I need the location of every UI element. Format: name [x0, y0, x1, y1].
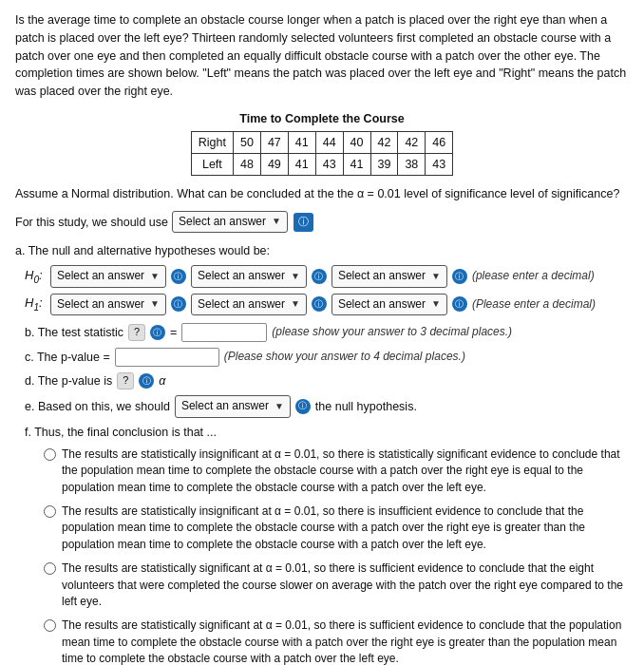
option-4-text: The results are statistically significan…: [62, 618, 629, 665]
h1-select-3-info[interactable]: ⓘ: [452, 296, 467, 312]
h1-label: H1:: [25, 294, 46, 314]
part-e-select-text: Select an answer: [181, 398, 269, 414]
part-c-hint: (Please show your answer to 4 decimal pl…: [224, 349, 465, 365]
h0-select-2[interactable]: Select an answer ▼: [191, 265, 307, 287]
table-title: Time to Complete the Course: [15, 110, 629, 127]
option-2-text: The results are statistically insignific…: [62, 504, 629, 553]
h1-row: H1: Select an answer ▼ ⓘ Select an answe…: [25, 294, 629, 315]
part-b-equals: =: [170, 324, 177, 341]
course-table: Right 50 47 41 44 40 42 42 46 Left 48 49…: [191, 131, 453, 176]
for-study-label: For this study, we should use: [15, 214, 168, 231]
part-f-row: f. Thus, the final conclusion is that ..…: [25, 424, 629, 441]
h1-select-2-info[interactable]: ⓘ: [312, 296, 327, 312]
h0-select-2-text: Select an answer: [198, 268, 285, 284]
h0-select-2-info[interactable]: ⓘ: [312, 269, 327, 284]
option-2: The results are statistically insignific…: [44, 504, 629, 553]
part-b-question[interactable]: ?: [128, 324, 145, 341]
table-row-left: Left 48 49 41 43 41 39 38 43: [191, 154, 452, 176]
for-study-row: For this study, we should use Select an …: [15, 211, 629, 233]
h0-select-1-arrow: ▼: [150, 270, 160, 284]
for-study-select-text: Select an answer: [179, 214, 266, 230]
intro-text: Is the average time to complete an obsta…: [15, 11, 629, 101]
row-header-right: Right: [191, 131, 233, 153]
h1-select-3-text: Select an answer: [338, 296, 426, 313]
conclusion-options: The results are statistically insignific…: [44, 446, 629, 665]
row-header-left: Left: [191, 154, 233, 176]
h1-select-2-arrow: ▼: [291, 297, 300, 312]
h0-select-3-info[interactable]: ⓘ: [452, 269, 467, 284]
h1-select-1-text: Select an answer: [57, 296, 144, 313]
part-d-question[interactable]: ?: [117, 372, 134, 390]
part-b-hint: (please show your answer to 3 decimal pl…: [272, 324, 512, 340]
part-b-info[interactable]: ⓘ: [150, 325, 165, 340]
part-d-info[interactable]: ⓘ: [139, 373, 154, 389]
part-b-label: b. The test statistic: [25, 324, 123, 341]
part-b-input[interactable]: [181, 323, 267, 342]
h1-select-2-text: Select an answer: [198, 296, 285, 313]
h0-select-3-arrow: ▼: [431, 270, 441, 284]
part-e-arrow: ▼: [275, 400, 284, 414]
for-study-select[interactable]: Select an answer ▼: [172, 211, 288, 233]
h1-select-2[interactable]: Select an answer ▼: [191, 294, 307, 315]
part-e-select[interactable]: Select an answer ▼: [175, 395, 291, 417]
h0-label: H0:: [25, 267, 46, 287]
h0-select-2-arrow: ▼: [291, 270, 300, 284]
hypotheses-section: H0: Select an answer ▼ ⓘ Select an answe…: [25, 265, 629, 315]
part-b-row: b. The test statistic ? ⓘ = (please show…: [25, 323, 629, 342]
h1-select-1-info[interactable]: ⓘ: [171, 296, 186, 312]
part-c-row: c. The p-value = (Please show your answe…: [25, 348, 629, 367]
part-c-input[interactable]: [115, 348, 219, 367]
h1-select-3-arrow: ▼: [431, 297, 441, 312]
for-study-dropdown-arrow: ▼: [272, 215, 281, 229]
option-1-text: The results are statistically insignific…: [62, 446, 629, 496]
h1-select-1-arrow: ▼: [150, 297, 160, 312]
hypotheses-label: a. The null and alternative hypotheses w…: [15, 242, 629, 259]
assume-text: Assume a Normal distribution. What can b…: [15, 185, 629, 203]
part-e-suffix: the null hypothesis.: [315, 398, 417, 415]
part-e-info[interactable]: ⓘ: [295, 399, 311, 414]
part-d-label: d. The p-value is: [25, 372, 112, 390]
for-study-blue-btn[interactable]: ⓘ: [294, 213, 313, 232]
table-section: Time to Complete the Course Right 50 47 …: [15, 110, 629, 176]
table-row-right: Right 50 47 41 44 40 42 42 46: [191, 131, 452, 153]
option-4-radio[interactable]: [44, 619, 56, 632]
h0-row: H0: Select an answer ▼ ⓘ Select an answe…: [25, 265, 629, 287]
h0-select-3[interactable]: Select an answer ▼: [331, 265, 447, 287]
part-f-label: f. Thus, the final conclusion is that ..…: [25, 424, 217, 441]
option-4: The results are statistically significan…: [44, 618, 629, 665]
h1-select-3[interactable]: Select an answer ▼: [331, 294, 447, 315]
part-d-row: d. The p-value is ? ⓘ α: [25, 372, 629, 390]
option-1: The results are statistically insignific…: [44, 446, 629, 496]
h0-select-1[interactable]: Select an answer ▼: [50, 265, 166, 287]
part-c-label: c. The p-value =: [25, 349, 110, 366]
part-e-label: e. Based on this, we should: [25, 398, 170, 415]
h0-hint: (please enter a decimal): [472, 268, 595, 284]
h1-hint: (Please enter a decimal): [472, 296, 596, 313]
option-2-radio[interactable]: [44, 505, 56, 518]
option-3: The results are statistically significan…: [44, 560, 629, 610]
h1-select-1[interactable]: Select an answer ▼: [50, 294, 166, 315]
part-e-row: e. Based on this, we should Select an an…: [25, 395, 629, 417]
option-3-text: The results are statistically significan…: [62, 560, 629, 610]
h0-select-1-text: Select an answer: [57, 268, 144, 284]
option-3-radio[interactable]: [44, 562, 56, 575]
h0-select-1-info[interactable]: ⓘ: [171, 269, 186, 284]
option-1-radio[interactable]: [44, 448, 56, 461]
part-d-alpha: α: [159, 372, 165, 390]
h0-select-3-text: Select an answer: [338, 268, 426, 284]
